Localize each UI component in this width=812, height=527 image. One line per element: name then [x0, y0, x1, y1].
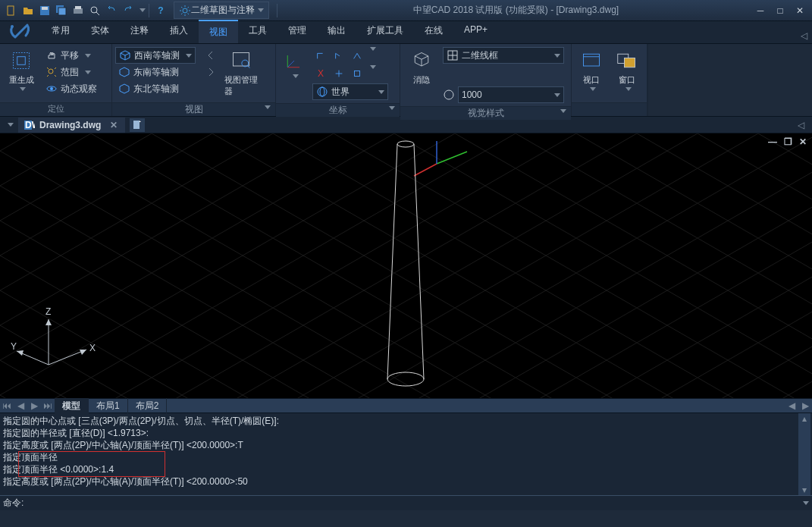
view-sw-iso[interactable]: 西南等轴测 [115, 47, 196, 64]
pan-button[interactable]: 平移 [42, 47, 100, 64]
ucs-icon-canvas: Z X Y [6, 306, 112, 397]
menu-tab-插入[interactable]: 插入 [159, 20, 199, 43]
vp-minimize-icon[interactable]: — [767, 136, 779, 147]
viewport-icon [579, 49, 604, 73]
layout-tab-布局2[interactable]: 布局2 [128, 398, 168, 414]
viewport-button[interactable]: 视口 [575, 47, 608, 93]
layout-nav-last[interactable]: ⏭ [41, 400, 55, 411]
view-ne-iso[interactable]: 东北等轴测 [115, 80, 199, 97]
hide-button[interactable]: 消隐 [403, 47, 440, 87]
view-back-button[interactable] [202, 47, 220, 64]
qat-undo-icon[interactable] [104, 3, 119, 18]
back-icon [205, 49, 217, 61]
layout-nav-prev[interactable]: ◀ [14, 400, 27, 411]
cmd-history-dropdown-icon[interactable] [803, 501, 809, 505]
qat-dropdown-icon[interactable] [140, 8, 146, 12]
ucs-tool-2[interactable] [331, 47, 347, 64]
cmd-close-icon[interactable]: ✕ [3, 415, 11, 425]
chevron-down-icon[interactable] [370, 47, 376, 51]
svg-rect-35 [133, 121, 140, 129]
qat-saveall-icon[interactable] [54, 3, 69, 18]
regen-button[interactable]: 重生成 [3, 47, 39, 93]
ucs-world-dropdown[interactable]: 世界 [312, 83, 388, 100]
ucs-button[interactable] [279, 47, 309, 80]
zoom-extents-button[interactable]: 范围 [42, 64, 100, 80]
layout-tab-模型[interactable]: 模型 [55, 398, 89, 414]
menu-tab-管理[interactable]: 管理 [277, 20, 317, 43]
close-tab-icon[interactable]: ✕ [110, 120, 118, 130]
panel-title-locate: 定位 [0, 102, 111, 116]
file-tab[interactable]: DWG Drawing3.dwg ✕ [18, 118, 125, 133]
view-se-iso[interactable]: 东南等轴测 [115, 64, 199, 80]
app-logo-icon[interactable] [5, 20, 36, 43]
svg-line-41 [387, 144, 397, 379]
view-manager-button[interactable]: 视图管理器 [223, 47, 259, 99]
chevron-down-icon [85, 71, 91, 74]
panel-locate: 重生成 平移 范围 动态观察 定位 [0, 44, 112, 116]
zoom-extents-icon [45, 66, 58, 78]
svg-rect-29 [583, 54, 599, 66]
menu-tab-视图[interactable]: 视图 [199, 20, 238, 43]
menu-tab-输出[interactable]: 输出 [317, 20, 356, 43]
window-button[interactable]: 窗口 [611, 47, 644, 93]
maximize-button[interactable]: □ [771, 4, 789, 17]
cube-icon [118, 83, 130, 95]
layout-nav-first[interactable]: ⏮ [0, 400, 14, 411]
command-area: ✕ 指定圆的中心点或 [三点(3P)/两点(2P)/切点、切点、半径(T)/椭圆… [0, 413, 812, 510]
workspace-dropdown[interactable]: 二维草图与注释 [174, 2, 269, 19]
layout-nav-next[interactable]: ▶ [27, 400, 41, 411]
svg-rect-16 [234, 53, 249, 67]
qat-open-icon[interactable] [20, 3, 36, 18]
chevron-down-icon [186, 54, 192, 58]
qat-redo-icon[interactable] [121, 3, 136, 18]
ucs-x[interactable]: X [312, 65, 329, 82]
chevron-down-icon[interactable] [370, 65, 376, 69]
help-icon[interactable]: ? [153, 3, 168, 18]
cone-object[interactable] [364, 138, 455, 396]
hand-icon [45, 49, 58, 61]
panel-collapse-icon[interactable]: ◁ [798, 120, 804, 130]
visual-style-dropdown[interactable]: 二维线框 [443, 47, 564, 64]
command-history[interactable]: ✕ 指定圆的中心点或 [三点(3P)/两点(2P)/切点、切点、半径(T)/椭圆… [0, 413, 812, 495]
filetab-menu-icon[interactable] [8, 123, 14, 127]
menu-tab-APP+[interactable]: APP+ [453, 20, 498, 43]
layout-scroll-left[interactable]: ◀ [785, 400, 798, 411]
view-fwd-button[interactable] [202, 64, 220, 80]
panel-visual: 消隐 二维线框 视觉样式 [400, 44, 572, 116]
orbit-icon [45, 83, 58, 95]
cmd-history-line: 指定顶面半径 <0.0000>:1.4 [3, 463, 809, 475]
qat-new-icon[interactable] [4, 3, 19, 18]
menu-tab-常用[interactable]: 常用 [41, 20, 80, 43]
svg-rect-2 [42, 7, 48, 10]
vp-close-icon[interactable]: ✕ [797, 136, 809, 147]
menu-tab-在线[interactable]: 在线 [414, 20, 453, 43]
minimize-button[interactable]: ─ [751, 4, 770, 17]
cmd-history-line: 指定高度或 [两点(2P)/中心轴(A)/顶面半径(T)] <200.0000>… [3, 439, 809, 451]
vp-restore-icon[interactable]: ❐ [782, 136, 794, 147]
qat-preview-icon[interactable] [87, 3, 102, 18]
svg-rect-6 [75, 6, 81, 9]
cmd-scrollbar[interactable]: ▴ ▾ [798, 413, 810, 495]
menu-tab-工具[interactable]: 工具 [238, 20, 277, 43]
qat-save-icon[interactable] [37, 3, 52, 18]
ucs-tool-1[interactable] [312, 47, 329, 64]
ucs-tool-5[interactable] [349, 65, 365, 82]
command-input[interactable] [27, 498, 797, 509]
orbit-button[interactable]: 动态观察 [42, 80, 100, 97]
svg-point-10 [11, 25, 14, 28]
new-tab-button[interactable] [130, 118, 145, 132]
ribbon-collapse-icon[interactable]: ◁ [801, 30, 807, 41]
layout-scroll-right[interactable]: ▶ [798, 400, 812, 411]
qat-plot-icon[interactable] [71, 3, 86, 18]
menu-tab-扩展工具[interactable]: 扩展工具 [356, 20, 414, 43]
cmd-history-line: 指定高度或 [两点(2P)/中心轴(A)/顶面半径(T)] <200.0000>… [3, 475, 809, 488]
drawing-canvas[interactable]: Z X Y — ❐ ✕ [0, 133, 812, 398]
layout-tab-布局1[interactable]: 布局1 [89, 398, 128, 414]
menu-tab-实体[interactable]: 实体 [80, 20, 120, 43]
svg-rect-32 [625, 58, 635, 67]
menu-tab-注释[interactable]: 注释 [120, 20, 159, 43]
scale-input[interactable] [458, 86, 564, 103]
ucs-tool-4[interactable] [331, 65, 347, 82]
ucs-tool-3[interactable] [349, 47, 365, 64]
close-button[interactable]: ✕ [791, 4, 809, 17]
